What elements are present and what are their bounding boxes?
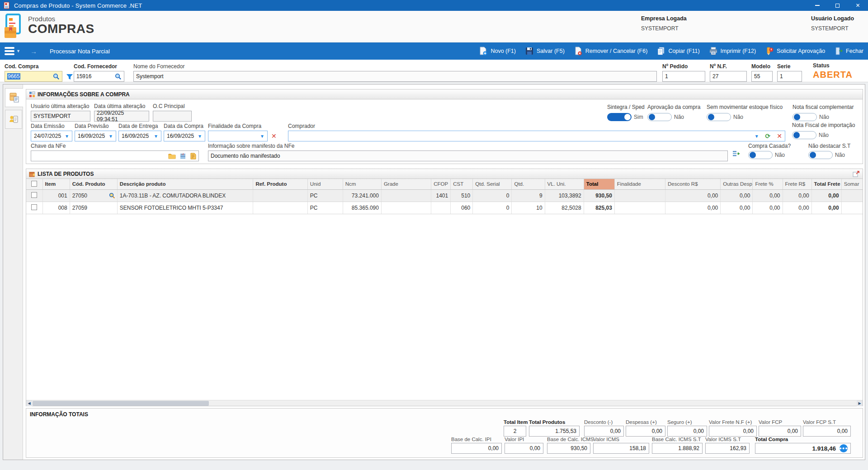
- col-frete-rs[interactable]: Frete R$: [783, 179, 811, 189]
- serie-input[interactable]: 1: [777, 71, 802, 82]
- compra-casada-toggle[interactable]: [748, 151, 773, 159]
- desconto-value[interactable]: 0,00: [584, 426, 624, 437]
- filter-icon[interactable]: [66, 73, 73, 80]
- novo-button[interactable]: Novo (F1): [479, 47, 516, 56]
- tab-compra[interactable]: [5, 88, 23, 107]
- col-cod-produto[interactable]: Cód. Produto: [70, 179, 117, 189]
- aprovacao-toggle[interactable]: [647, 113, 672, 121]
- salvar-button[interactable]: Salvar (F5): [525, 47, 565, 56]
- nota-importacao-toggle[interactable]: [792, 131, 816, 139]
- col-ref-produto[interactable]: Ref. Produto: [253, 179, 307, 189]
- remove-document-icon: [574, 47, 583, 56]
- col-qtd[interactable]: Qtd.: [512, 179, 545, 189]
- minimize-button[interactable]: [807, 0, 827, 11]
- col-unid[interactable]: Unid: [307, 179, 343, 189]
- modelo-value: 55: [754, 73, 760, 80]
- chevron-down-icon[interactable]: ▼: [755, 134, 759, 139]
- sintegra-toggle[interactable]: [607, 113, 632, 121]
- sem-movimentar-label: Sem movimentar estoque físico: [707, 104, 783, 110]
- remover-cancelar-button[interactable]: Remover / Cancelar (F6): [574, 47, 648, 56]
- n-pedido-input[interactable]: 1: [662, 71, 705, 82]
- modelo-input[interactable]: 55: [751, 71, 773, 82]
- cod-compra-input[interactable]: 9665: [5, 71, 62, 82]
- data-compra-select[interactable]: 16/09/2025▼: [164, 131, 205, 141]
- col-vl-uni[interactable]: VL. Uni.: [545, 179, 584, 189]
- finalidade-compra-select[interactable]: ▼: [208, 131, 268, 141]
- nome-fornecedor-input[interactable]: Systemport: [133, 71, 657, 82]
- imprimir-button[interactable]: Imprimir (F12): [709, 47, 756, 56]
- data-entrega-select[interactable]: 16/09/2025▼: [118, 131, 161, 141]
- search-icon[interactable]: [53, 73, 60, 80]
- expand-grid-icon[interactable]: [853, 171, 860, 177]
- tab-fornecedor[interactable]: [5, 110, 22, 129]
- col-total-frete[interactable]: Total Frete: [811, 179, 841, 189]
- clear-comprador-icon[interactable]: ✕: [777, 132, 782, 140]
- search-icon[interactable]: [109, 193, 115, 199]
- col-total[interactable]: Total: [584, 179, 614, 189]
- despesas-value[interactable]: 0,00: [626, 426, 665, 437]
- horizontal-scrollbar[interactable]: ◀ ▶: [26, 400, 863, 406]
- usuario-logado-block: Usuário Logado SYSTEMPORT: [811, 15, 854, 32]
- nao-destacar-st-toggle[interactable]: [808, 151, 833, 159]
- data-previsao-select[interactable]: 16/09/2025▼: [75, 131, 116, 141]
- cell-desconto: 0,00: [665, 189, 721, 202]
- usuario-ult-value: SYSTEMPORT: [33, 113, 71, 119]
- scroll-left-arrow[interactable]: ◀: [26, 400, 32, 406]
- more-options-button[interactable]: ●●●: [840, 444, 848, 452]
- scrollbar-thumb[interactable]: [33, 401, 209, 406]
- col-frete-pct[interactable]: Frete %: [753, 179, 783, 189]
- valor-icms-st-value: 162,93: [705, 443, 750, 454]
- new-document-icon: [479, 47, 488, 56]
- row-checkbox[interactable]: [31, 192, 37, 198]
- import-nfe-icon[interactable]: +4: [179, 153, 186, 160]
- col-finalidade[interactable]: Finalidade: [614, 179, 665, 189]
- row-checkbox[interactable]: [31, 204, 37, 210]
- col-item[interactable]: Item: [42, 179, 70, 189]
- table-row[interactable]: 008 27059 SENSOR FOTOELETRICO MHTI 5-P33…: [26, 202, 863, 214]
- note-icon[interactable]: [190, 153, 196, 160]
- comprador-label: Comprador: [288, 123, 785, 129]
- seguro-value[interactable]: 0,00: [667, 426, 707, 437]
- col-desconto[interactable]: Desconto R$: [665, 179, 721, 189]
- folder-icon[interactable]: [168, 153, 176, 159]
- solicitar-aprovacao-button[interactable]: Solicitar Aprovação: [765, 47, 825, 56]
- oc-principal-field[interactable]: [153, 111, 192, 122]
- col-qtd-serial[interactable]: Qtd. Serial: [473, 179, 512, 189]
- cell-grade: [381, 202, 431, 214]
- serie-label: Serie: [777, 63, 802, 70]
- valor-icms-label: Valor ICMS: [593, 437, 649, 442]
- select-all-checkbox[interactable]: [31, 181, 37, 187]
- valor-frete-nf-value[interactable]: 0,00: [709, 426, 757, 437]
- col-cst[interactable]: CST: [451, 179, 473, 189]
- cod-fornecedor-input[interactable]: 15916: [74, 71, 124, 82]
- col-outras-desp[interactable]: Outras Desp.: [721, 179, 753, 189]
- chave-nfe-input[interactable]: +4: [31, 150, 199, 161]
- chevron-down-icon: ▼: [16, 49, 20, 53]
- fechar-button[interactable]: Fechar: [834, 47, 863, 56]
- cell-cod-produto-edit[interactable]: 27050: [70, 189, 117, 202]
- nota-complementar-toggle[interactable]: [793, 113, 817, 121]
- scroll-right-arrow[interactable]: ▶: [857, 400, 863, 406]
- copiar-button[interactable]: Copiar (F11): [656, 47, 699, 56]
- col-somar[interactable]: Somar: [841, 179, 863, 189]
- serie-value: 1: [780, 73, 783, 80]
- close-button[interactable]: ✕: [848, 0, 868, 11]
- col-descricao[interactable]: Descrição produto: [117, 179, 253, 189]
- menu-button[interactable]: ▼: [5, 47, 20, 55]
- col-grade[interactable]: Grade: [381, 179, 431, 189]
- export-manifesto-icon[interactable]: [732, 150, 741, 157]
- table-row[interactable]: 001 27050 1A-703.11B - AZ. COMUTADORA BL…: [26, 189, 863, 202]
- identification-bar: Cod. Compra 9665 Cod. Fornecedor 15916: [0, 60, 868, 82]
- refresh-icon[interactable]: ⟳: [765, 132, 771, 140]
- col-cfop[interactable]: CFOP: [431, 179, 451, 189]
- comprador-select[interactable]: ▼ ⟳ ✕: [288, 131, 785, 141]
- cell-total: 825,03: [584, 202, 614, 214]
- maximize-button[interactable]: [827, 0, 848, 11]
- cell-qtd-serial: 0: [473, 202, 512, 214]
- clear-finalidade-icon[interactable]: ✕: [271, 132, 277, 140]
- col-ncm[interactable]: Ncm: [343, 179, 381, 189]
- data-emissao-select[interactable]: 24/07/2025▼: [31, 131, 72, 141]
- search-icon[interactable]: [115, 73, 122, 80]
- n-nf-input[interactable]: 27: [710, 71, 747, 82]
- sem-movimentar-toggle[interactable]: [707, 113, 731, 121]
